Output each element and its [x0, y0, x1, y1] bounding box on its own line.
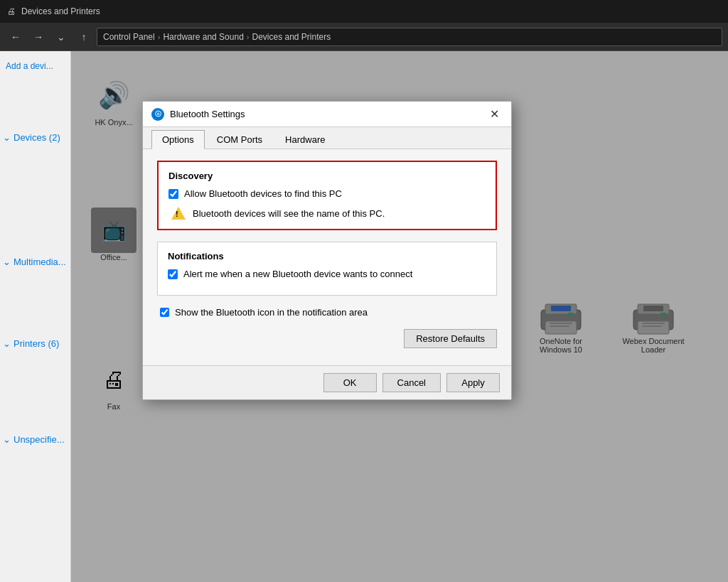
breadcrumb-sep-1: › — [158, 33, 161, 41]
dialog-titlebar: ⦾ Bluetooth Settings ✕ — [143, 102, 511, 127]
dialog-title: Bluetooth Settings — [170, 109, 245, 119]
restore-defaults-area: Restore Defaults — [157, 329, 497, 348]
bluetooth-icon: ⦾ — [151, 108, 164, 121]
restore-defaults-button[interactable]: Restore Defaults — [404, 329, 497, 348]
notifications-section: Notifications Alert me when a new Blueto… — [157, 242, 497, 296]
alert-bluetooth-label: Alert me when a new Bluetooth device wan… — [183, 269, 412, 279]
tab-options[interactable]: Options — [151, 130, 205, 149]
show-icon-label: Show the Bluetooth icon in the notificat… — [175, 307, 368, 318]
dialog-content: Discovery Allow Bluetooth devices to fin… — [143, 149, 511, 365]
warning-triangle — [171, 207, 186, 220]
content-area: 🔊 HK Onyx... 📺 Office... 🖨 Fax — [71, 51, 728, 582]
warning-row: Bluetooth devices will see the name of t… — [168, 206, 486, 220]
alert-bluetooth-checkbox[interactable] — [168, 269, 178, 279]
breadcrumb-sep-2: › — [247, 33, 250, 41]
warning-text: Bluetooth devices will see the name of t… — [193, 208, 385, 219]
dropdown-button[interactable]: ⌄ — [51, 27, 71, 47]
notifications-title: Notifications — [168, 251, 486, 262]
window-icon: 🖨 — [6, 6, 17, 17]
forward-button[interactable]: → — [28, 27, 48, 47]
window-title: Devices and Printers — [21, 6, 100, 16]
dialog-close-button[interactable]: ✕ — [486, 106, 503, 123]
modal-overlay: ⦾ Bluetooth Settings ✕ Options COM Ports… — [71, 51, 728, 582]
sidebar-multimedia-section[interactable]: ⌄ Multimedia... — [3, 257, 70, 267]
bluetooth-settings-dialog: ⦾ Bluetooth Settings ✕ Options COM Ports… — [142, 101, 512, 400]
tab-com-ports[interactable]: COM Ports — [206, 130, 273, 149]
navigation-bar: ← → ⌄ ↑ Control Panel › Hardware and Sou… — [0, 23, 728, 51]
show-icon-row: Show the Bluetooth icon in the notificat… — [157, 307, 497, 318]
dialog-tabs: Options COM Ports Hardware — [143, 127, 511, 149]
sidebar-devices-section[interactable]: ⌄ Devices (2) — [3, 132, 70, 143]
warning-icon — [171, 206, 186, 220]
allow-bluetooth-row: Allow Bluetooth devices to find this PC — [168, 188, 486, 199]
tab-hardware[interactable]: Hardware — [274, 130, 336, 149]
sidebar-printers-section[interactable]: ⌄ Printers (6) — [3, 338, 70, 349]
ok-button[interactable]: OK — [323, 373, 377, 392]
add-device-link[interactable]: Add a devi... — [0, 57, 70, 75]
apply-button[interactable]: Apply — [446, 373, 500, 392]
breadcrumb-item-hardwareandsound[interactable]: Hardware and Sound — [163, 32, 243, 42]
dialog-footer: OK Cancel Apply — [143, 365, 511, 399]
breadcrumb-item-devicesandprinters[interactable]: Devices and Printers — [252, 32, 331, 42]
breadcrumb-item-controlpanel[interactable]: Control Panel — [103, 32, 155, 42]
show-icon-checkbox[interactable] — [160, 308, 169, 317]
up-button[interactable]: ↑ — [74, 27, 94, 47]
sidebar-unspecified-section[interactable]: ⌄ Unspecifie... — [3, 434, 70, 445]
breadcrumb: Control Panel › Hardware and Sound › Dev… — [97, 28, 722, 46]
back-button[interactable]: ← — [6, 27, 26, 47]
discovery-section: Discovery Allow Bluetooth devices to fin… — [157, 161, 497, 230]
window-titlebar: 🖨 Devices and Printers — [0, 0, 728, 23]
discovery-title: Discovery — [168, 171, 486, 181]
sidebar: Add a devi... ⌄ Devices (2) ⌄ Multimedia… — [0, 51, 71, 582]
cancel-button[interactable]: Cancel — [382, 373, 441, 392]
allow-bluetooth-label: Allow Bluetooth devices to find this PC — [184, 188, 342, 199]
main-area: Add a devi... ⌄ Devices (2) ⌄ Multimedia… — [0, 51, 728, 582]
dialog-title-area: ⦾ Bluetooth Settings — [151, 108, 245, 121]
allow-bluetooth-checkbox[interactable] — [168, 189, 178, 199]
alert-row: Alert me when a new Bluetooth device wan… — [168, 269, 486, 279]
